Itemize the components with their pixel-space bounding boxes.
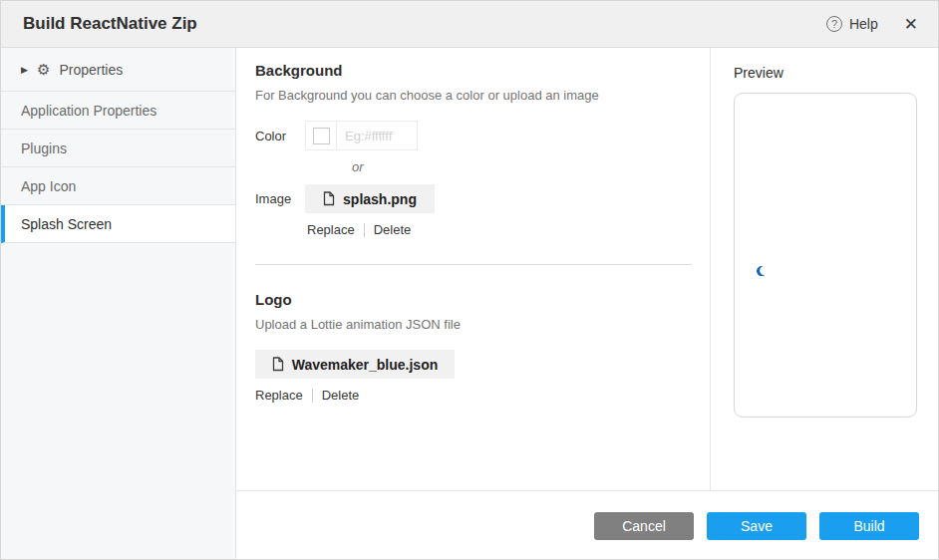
dialog-title: Build ReactNative Zip bbox=[23, 14, 197, 34]
image-field-row: Image splash.png bbox=[255, 184, 692, 213]
sidebar-properties-header[interactable]: ▶ ⚙ Properties bbox=[1, 48, 235, 92]
dialog-body: ▶ ⚙ Properties Application Properties Pl… bbox=[1, 48, 938, 559]
sidebar-item-label: App Icon bbox=[21, 178, 76, 194]
logo-file-chip[interactable]: Wavemaker_blue.json bbox=[255, 350, 455, 379]
sidebar-item-app-icon[interactable]: App Icon bbox=[1, 167, 235, 205]
image-actions-row: Replace Delete bbox=[307, 222, 692, 237]
logo-file-name: Wavemaker_blue.json bbox=[292, 357, 439, 373]
logo-delete-link[interactable]: Delete bbox=[322, 388, 360, 403]
color-input[interactable] bbox=[337, 122, 417, 149]
logo-crescent-icon bbox=[755, 265, 768, 277]
color-field-row: Color bbox=[255, 121, 692, 150]
dialog-header: Build ReactNative Zip ? Help ✕ bbox=[1, 1, 938, 48]
sidebar-properties-label: Properties bbox=[59, 62, 123, 78]
preview-panel: Preview bbox=[711, 48, 938, 490]
main-row: Background For Background you can choose… bbox=[236, 48, 938, 490]
color-swatch bbox=[313, 128, 330, 144]
sidebar-item-label: Splash Screen bbox=[21, 216, 112, 232]
link-separator bbox=[364, 223, 365, 237]
logo-replace-link[interactable]: Replace bbox=[255, 388, 303, 403]
sidebar-item-label: Plugins bbox=[21, 140, 67, 156]
background-title: Background bbox=[255, 62, 692, 79]
preview-box bbox=[734, 93, 917, 418]
or-label: or bbox=[352, 159, 692, 174]
sidebar: ▶ ⚙ Properties Application Properties Pl… bbox=[1, 48, 236, 559]
logo-section: Logo Upload a Lottie animation JSON file… bbox=[255, 291, 692, 403]
save-button[interactable]: Save bbox=[707, 512, 806, 540]
preview-title: Preview bbox=[734, 65, 917, 81]
sidebar-item-plugins[interactable]: Plugins bbox=[1, 130, 235, 167]
link-separator bbox=[312, 389, 313, 403]
section-divider bbox=[255, 264, 692, 265]
file-icon bbox=[272, 357, 284, 372]
image-file-name: splash.png bbox=[343, 191, 417, 207]
image-file-chip[interactable]: splash.png bbox=[305, 184, 435, 213]
content-panel: Background For Background you can choose… bbox=[236, 48, 710, 490]
color-label: Color bbox=[255, 129, 305, 143]
build-button[interactable]: Build bbox=[819, 512, 919, 540]
sidebar-item-label: Application Properties bbox=[21, 103, 156, 119]
caret-right-icon: ▶ bbox=[21, 65, 28, 75]
image-delete-link[interactable]: Delete bbox=[374, 222, 412, 237]
sidebar-item-splash-screen[interactable]: Splash Screen bbox=[1, 205, 235, 243]
dialog-right-pane: Background For Background you can choose… bbox=[236, 48, 938, 559]
sidebar-item-application-properties[interactable]: Application Properties bbox=[1, 92, 235, 130]
cancel-button[interactable]: Cancel bbox=[594, 512, 694, 540]
color-picker bbox=[305, 121, 418, 150]
image-replace-link[interactable]: Replace bbox=[307, 222, 355, 237]
help-icon: ? bbox=[826, 16, 842, 32]
logo-actions-row: Replace Delete bbox=[255, 388, 692, 403]
help-label: Help bbox=[849, 16, 878, 32]
background-section: Background For Background you can choose… bbox=[255, 62, 692, 237]
background-description: For Background you can choose a color or… bbox=[255, 88, 692, 103]
help-button[interactable]: ? Help bbox=[826, 16, 878, 32]
logo-description: Upload a Lottie animation JSON file bbox=[255, 317, 692, 332]
build-reactnative-dialog: Build ReactNative Zip ? Help ✕ ▶ ⚙ Prope… bbox=[0, 0, 939, 560]
logo-title: Logo bbox=[255, 291, 692, 308]
image-label: Image bbox=[255, 191, 305, 206]
color-swatch-button[interactable] bbox=[306, 122, 337, 149]
close-icon[interactable]: ✕ bbox=[904, 16, 918, 33]
gear-icon: ⚙ bbox=[37, 62, 50, 77]
dialog-footer: Cancel Save Build bbox=[236, 491, 938, 559]
file-icon bbox=[323, 191, 335, 206]
